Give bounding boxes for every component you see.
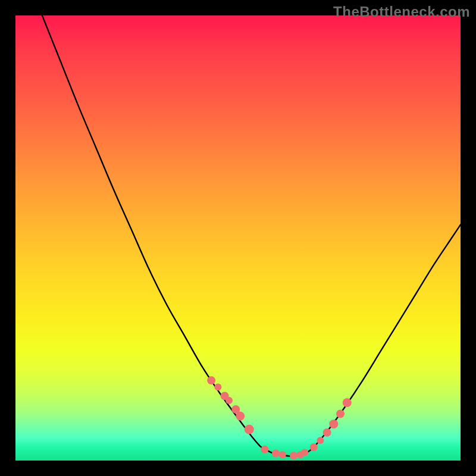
highlight-dot xyxy=(310,443,318,451)
highlight-dot xyxy=(207,376,215,384)
highlight-dot xyxy=(290,452,298,459)
highlight-dot xyxy=(279,451,286,458)
highlight-dot xyxy=(336,409,345,418)
highlight-dot xyxy=(226,397,233,404)
watermark-text: TheBottleneck.com xyxy=(333,4,470,20)
plot-area xyxy=(15,15,461,461)
curve-layer xyxy=(15,15,461,461)
highlight-dot xyxy=(236,412,245,421)
highlight-dot xyxy=(245,425,254,434)
highlight-dot xyxy=(343,398,352,407)
highlight-dots xyxy=(207,376,352,459)
highlight-dot xyxy=(317,437,324,444)
highlight-dot xyxy=(214,384,221,391)
highlight-dot xyxy=(301,449,308,456)
highlight-dot xyxy=(329,419,338,428)
highlight-dot xyxy=(323,428,331,437)
highlight-dot xyxy=(261,446,268,453)
bottleneck-curve xyxy=(42,15,461,456)
chart-frame: TheBottleneck.com xyxy=(0,0,476,476)
highlight-dot xyxy=(272,450,280,458)
